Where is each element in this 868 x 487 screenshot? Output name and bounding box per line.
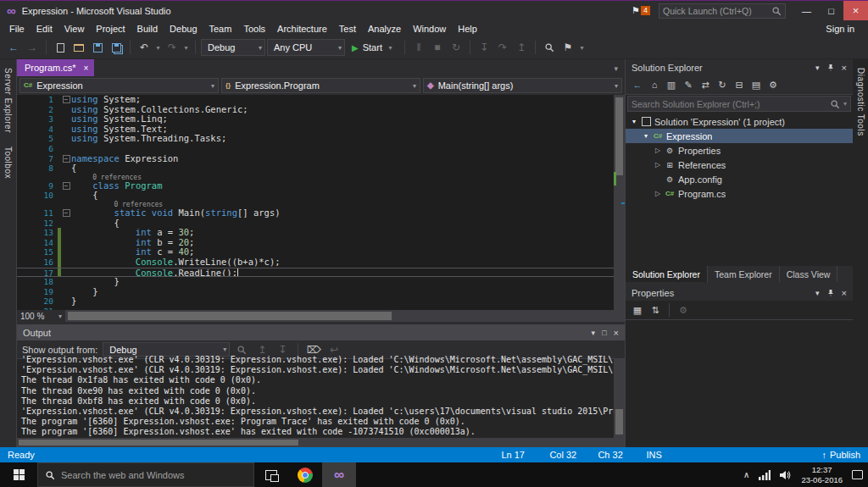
task-view-button[interactable] — [254, 462, 288, 487]
scrollbar-thumb[interactable] — [615, 409, 623, 434]
breakpoint-margin[interactable] — [17, 125, 29, 135]
code-text[interactable]: { — [71, 191, 614, 201]
code-text[interactable]: class Program — [71, 181, 614, 191]
menu-item-architecture[interactable]: Architecture — [271, 22, 333, 36]
notifications-button[interactable]: ⚑ 4 — [632, 5, 650, 16]
visual-studio-taskbar-button[interactable]: ∞ — [322, 462, 356, 487]
code-text[interactable]: Console.ReadLine(); — [71, 268, 614, 277]
undo-dropdown-icon[interactable]: ▾ — [154, 39, 162, 56]
character-indicator[interactable]: Ch 32 — [598, 450, 646, 460]
start-debugging-button[interactable]: ▶ Start ▾ — [347, 39, 399, 56]
navigate-back-icon[interactable]: ← — [630, 77, 645, 92]
code-text[interactable]: Console.WriteLine((b+a)*c); — [71, 257, 614, 268]
menu-item-project[interactable]: Project — [90, 22, 131, 36]
breakpoint-margin[interactable] — [17, 154, 29, 164]
sync-with-active-document-icon[interactable]: ⇄ — [698, 77, 713, 92]
code-text[interactable]: using System; — [71, 95, 614, 105]
stop-debugging-icon[interactable]: ■ — [429, 39, 446, 56]
action-center-button[interactable] — [852, 470, 863, 479]
breakpoint-margin[interactable] — [17, 191, 29, 201]
member-dropdown[interactable]: ◈ Main(string[] args) ▾ — [423, 78, 622, 93]
scrollbar-thumb[interactable] — [19, 440, 298, 445]
solution-configurations-dropdown[interactable]: Debug ▾ — [201, 39, 265, 56]
tree-item-solution-expression-1-project[interactable]: ▾Solution 'Expression' (1 project) — [626, 114, 853, 129]
show-all-files-icon[interactable]: ▤ — [748, 77, 764, 92]
code-text[interactable]: } — [71, 277, 614, 287]
tab-close-icon[interactable]: × — [84, 64, 89, 73]
solution-platforms-dropdown[interactable]: Any CPU ▾ — [267, 39, 345, 56]
collapse-region-icon[interactable]: − — [63, 182, 70, 190]
document-well-dropdown-icon[interactable]: ▾ — [614, 64, 625, 76]
menu-item-help[interactable]: Help — [452, 22, 483, 36]
breakpoint-margin[interactable] — [17, 287, 29, 297]
output-vertical-scrollbar[interactable] — [614, 359, 625, 438]
step-out-icon[interactable]: ↥ — [513, 39, 530, 56]
breakpoint-margin[interactable] — [17, 163, 29, 174]
start-menu-button[interactable] — [0, 462, 37, 487]
menu-item-tools[interactable]: Tools — [237, 22, 271, 36]
right-strip-tab-diagnostic-tools[interactable]: Diagnostic Tools — [856, 68, 865, 136]
save-icon[interactable] — [89, 39, 106, 56]
switch-views-icon[interactable]: ▥ — [664, 77, 679, 92]
pending-changes-filter-icon[interactable]: ✎ — [681, 77, 696, 92]
expander-collapsed-icon[interactable]: ▷ — [653, 161, 663, 169]
breakpoint-margin[interactable] — [17, 95, 29, 105]
menu-item-window[interactable]: Window — [407, 22, 452, 36]
menu-item-test[interactable]: Test — [333, 22, 362, 36]
window-position-icon[interactable]: ▾ — [815, 289, 820, 297]
step-over-icon[interactable]: ↷ — [494, 39, 511, 56]
hidden-icons-chevron[interactable]: ∧ — [743, 470, 749, 479]
alphabetical-icon[interactable]: ⇅ — [648, 302, 663, 318]
categorized-icon[interactable]: ▦ — [630, 302, 645, 318]
volume-icon[interactable] — [780, 470, 792, 480]
toolbar-options-icon[interactable]: ▾ — [578, 39, 586, 56]
tree-item-expression[interactable]: ▾C#Expression — [626, 129, 853, 143]
code-text[interactable]: using System.Collections.Generic; — [71, 105, 614, 115]
menu-item-edit[interactable]: Edit — [31, 22, 58, 36]
breakpoint-margin[interactable] — [17, 277, 29, 287]
code-text[interactable]: } — [71, 287, 614, 297]
breakpoint-margin[interactable] — [17, 296, 29, 307]
code-text[interactable]: int a = 30; — [71, 228, 614, 238]
expander-expanded-icon[interactable]: ▾ — [641, 132, 651, 140]
menu-item-team[interactable]: Team — [203, 22, 238, 36]
editor-horizontal-scrollbar[interactable] — [66, 310, 625, 322]
window-position-icon[interactable]: ▾ — [592, 329, 596, 337]
maximize-button[interactable]: □ — [819, 1, 843, 20]
type-dropdown[interactable]: {} Expression.Program ▾ — [221, 78, 420, 93]
menu-item-view[interactable]: View — [58, 22, 91, 36]
publish-button[interactable]: ↑ Publish — [821, 450, 860, 460]
code-text[interactable]: static void Main(string[] args) — [71, 208, 614, 219]
taskbar-clock[interactable]: 12:37 23-06-2016 — [801, 465, 843, 484]
project-dropdown[interactable]: C# Expression ▾ — [19, 78, 219, 93]
navigate-backward-icon[interactable]: ← — [5, 39, 22, 56]
code-text[interactable]: using System.Threading.Tasks; — [71, 134, 614, 144]
network-icon[interactable] — [759, 470, 771, 480]
redo-dropdown-icon[interactable]: ▾ — [182, 39, 190, 56]
breakpoint-margin[interactable] — [17, 134, 29, 144]
column-indicator[interactable]: Col 32 — [549, 450, 598, 460]
step-into-icon[interactable]: ↧ — [476, 39, 492, 56]
pin-icon[interactable] — [826, 64, 835, 72]
menu-item-debug[interactable]: Debug — [164, 22, 203, 36]
menu-item-file[interactable]: File — [3, 22, 31, 36]
document-tab[interactable]: Program.cs* × — [17, 59, 94, 76]
breakpoint-margin[interactable] — [17, 105, 29, 115]
properties-panel-header[interactable]: Properties ▾ × — [626, 285, 853, 301]
code-text[interactable]: { — [71, 219, 614, 229]
properties-icon[interactable]: ⚙ — [765, 77, 781, 92]
breakpoint-margin[interactable] — [17, 181, 29, 191]
breakpoint-margin[interactable] — [17, 238, 29, 248]
scrollbar-thumb[interactable] — [615, 97, 623, 175]
menu-item-analyze[interactable]: Analyze — [362, 22, 407, 36]
left-strip-tab-server-explorer[interactable]: Server Explorer — [3, 68, 13, 133]
quick-launch-input[interactable]: Quick Launch (Ctrl+Q) — [659, 3, 786, 19]
insert-mode-indicator[interactable]: INS — [646, 450, 694, 460]
code-text[interactable]: { — [71, 163, 614, 174]
code-text[interactable]: using System.Linq; — [71, 114, 614, 125]
expander-collapsed-icon[interactable]: ▷ — [653, 147, 663, 154]
output-panel-header[interactable]: Output ▾ □ × — [17, 324, 625, 340]
taskbar-search-input[interactable]: Search the web and Windows — [37, 462, 254, 487]
redo-icon[interactable]: ↷ — [164, 39, 181, 56]
code-text[interactable]: namespace Expression — [71, 154, 614, 164]
